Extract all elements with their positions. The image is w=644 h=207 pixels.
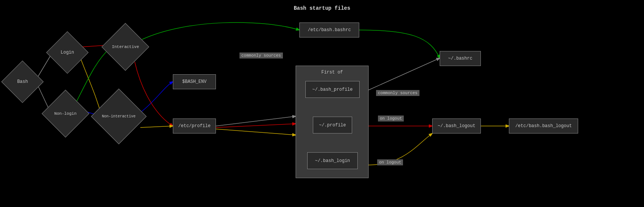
bash-env-label: $BASH_ENV bbox=[182, 79, 207, 84]
bash-label: Bash bbox=[17, 79, 28, 84]
bash-profile-node: ~/.bash_profile bbox=[305, 81, 360, 98]
nonlogin-node: Non-login bbox=[42, 90, 89, 137]
bash-logout-label: ~/.bash_logout bbox=[438, 123, 476, 129]
login-label: Login bbox=[61, 50, 74, 55]
first-of-label: First of bbox=[296, 70, 368, 75]
on-logout-bottom-label: on logout bbox=[377, 159, 403, 165]
bashrc-node: ~/.bashrc bbox=[440, 51, 481, 66]
diagram: Bash startup files bbox=[0, 0, 644, 207]
profile-label: ~/.profile bbox=[319, 123, 346, 128]
bash-login-node: ~/.bash_login bbox=[307, 152, 358, 169]
bash-node: Bash bbox=[1, 60, 43, 103]
etc-profile-label: /etc/profile bbox=[178, 123, 210, 129]
interactive-label: Interactive bbox=[112, 45, 139, 49]
etc-bashrc-node: /etc/bash.bashrc bbox=[299, 22, 359, 38]
bash-logout-node: ~/.bash_logout bbox=[432, 118, 481, 134]
etc-bash-logout-label: /etc/bash.bash_logout bbox=[515, 123, 572, 129]
commonly-sources-right-label: commonly sources bbox=[376, 90, 419, 96]
bash-env-node: $BASH_ENV bbox=[173, 74, 216, 89]
nonlogin-label: Non-login bbox=[54, 111, 76, 116]
noninteractive-label: Non-interactive bbox=[102, 114, 135, 118]
bashrc-label: ~/.bashrc bbox=[448, 56, 473, 61]
interactive-node: Interactive bbox=[101, 23, 149, 70]
noninteractive-node: Non-interactive bbox=[91, 88, 146, 144]
etc-profile-node: /etc/profile bbox=[173, 118, 216, 134]
etc-bash-logout-node: /etc/bash.bash_logout bbox=[509, 118, 578, 134]
on-logout-top-label: on logout bbox=[378, 116, 404, 122]
login-node: Login bbox=[46, 31, 88, 74]
first-of-container: First of ~/.bash_profile ~/.profile ~/.b… bbox=[296, 66, 369, 178]
bash-login-label: ~/.bash_login bbox=[315, 158, 350, 164]
commonly-sources-top-label: commonly sources bbox=[239, 52, 283, 58]
bash-profile-label: ~/.bash_profile bbox=[312, 87, 352, 92]
etc-bashrc-label: /etc/bash.bashrc bbox=[308, 27, 351, 33]
page-title: Bash startup files bbox=[294, 5, 350, 11]
profile-node: ~/.profile bbox=[313, 117, 352, 134]
